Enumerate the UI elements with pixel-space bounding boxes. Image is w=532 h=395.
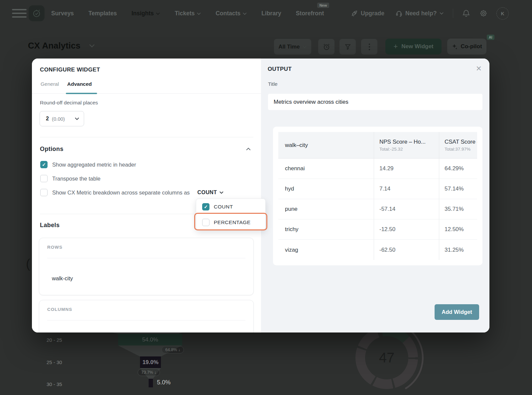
more-options-kebab-button[interactable] [361, 39, 377, 55]
chevron-down-icon [219, 191, 223, 194]
schedule-alarm-button[interactable] [318, 39, 334, 55]
table-cell-nps: -62.50 [374, 240, 439, 260]
nav-library[interactable]: Library [261, 10, 281, 17]
avatar-initial: K [501, 11, 504, 16]
nav-label: Surveys [51, 10, 74, 17]
nav-tickets[interactable]: Tickets [175, 10, 201, 17]
widget-title-label: Title [268, 81, 278, 87]
breakdown-dropdown-popover: COUNT PERCENTAGE [196, 198, 266, 230]
dropdown-option-label: COUNT [214, 204, 233, 210]
chevron-down-icon [440, 12, 444, 15]
table-cell-csat: 12.50% [439, 219, 477, 240]
funnel-bar: 19.0% [140, 356, 161, 368]
checkbox-label: Transpose the table [52, 176, 100, 182]
tab-general[interactable]: General [41, 81, 59, 87]
app-logo[interactable] [29, 5, 45, 21]
add-widget-button[interactable]: Add Widget [435, 304, 479, 320]
round-off-select[interactable]: 2 (0.00) [40, 111, 84, 126]
chevron-down-icon [303, 46, 307, 48]
funnel-bar-value: 54.0% [142, 336, 158, 343]
table-header-rowkey: walk–city [278, 132, 374, 159]
section-divider [40, 137, 253, 137]
time-filter-dropdown[interactable]: All Time [274, 39, 311, 55]
configure-panel: CONFIGURE WIDGET General Advanced Round-… [32, 59, 261, 332]
table-cell-nps: -12.50 [374, 219, 439, 240]
nav-storefront[interactable]: Storefront New [296, 10, 324, 17]
nav-label: Storefront [296, 10, 324, 17]
option-row-aggregated-metric: Show aggregated metric in header [40, 161, 136, 168]
close-icon[interactable] [473, 63, 484, 74]
dropdown-option-percentage[interactable]: PERCENTAGE [196, 214, 265, 230]
checkbox-checked[interactable] [202, 203, 209, 210]
checkbox-label: Show CX Metric breakdown across separate… [52, 190, 190, 196]
headset-icon [396, 10, 402, 17]
ai-badge: AI [487, 35, 494, 40]
checkbox-unchecked[interactable] [40, 175, 48, 182]
checkbox-unchecked[interactable] [202, 219, 209, 226]
header-total: Total:-25.32 [379, 147, 439, 152]
round-off-hint: (0.00) [52, 116, 65, 122]
checkbox-label: Show aggregated metric in header [52, 162, 136, 168]
checkbox-unchecked[interactable] [40, 189, 48, 196]
filter-button[interactable] [339, 39, 356, 55]
nav-contacts[interactable]: Contacts [215, 10, 247, 17]
alarm-clock-icon [323, 43, 330, 51]
add-widget-label: Add Widget [442, 309, 472, 315]
clock-check-icon [32, 9, 41, 18]
option-row-breakdown: Show CX Metric breakdown across separate… [40, 189, 223, 196]
rows-item-walk-city[interactable]: walk-city [52, 275, 73, 282]
table-cell-city: vizag [278, 240, 374, 260]
collapse-chevron-up-icon[interactable] [246, 148, 251, 151]
active-tab-underline [66, 93, 97, 94]
page-title: CX Analytics [28, 41, 80, 51]
plus-icon [393, 43, 398, 51]
nav-label: Insights [131, 10, 154, 17]
nav-templates[interactable]: Templates [88, 10, 117, 17]
card-divider [47, 258, 245, 258]
table-cell-csat: 35.71% [439, 199, 477, 219]
output-table: walk–city NPS Score – Ho... Total:-25.32… [278, 132, 477, 260]
table-cell-nps: 7.14 [374, 179, 439, 199]
dropdown-option-label: PERCENTAGE [214, 219, 251, 225]
nav-divider [453, 9, 453, 18]
need-help-button[interactable]: Need help? [396, 0, 444, 27]
header-label: NPS Score – Ho... [379, 139, 439, 145]
header-label: walk–city [285, 142, 374, 149]
notifications-bell-icon[interactable] [462, 9, 470, 17]
table-cell-nps: 14.29 [374, 159, 439, 179]
breakdown-mode-dropdown[interactable]: COUNT [198, 190, 223, 196]
columns-card-label: COLUMNS [47, 307, 72, 312]
dashboard-title-dropdown[interactable]: CX Analytics [28, 41, 95, 51]
chevron-down-icon [156, 12, 160, 15]
background-paren-glyph: ( [26, 257, 30, 271]
checkbox-checked[interactable] [40, 161, 48, 168]
dropdown-option-count[interactable]: COUNT [196, 199, 265, 214]
settings-gear-icon[interactable] [479, 9, 487, 17]
funnel-drop-badge: 64.8% ↓ [162, 346, 184, 353]
table-cell-city: pune [278, 199, 374, 219]
nav-insights[interactable]: Insights [131, 10, 160, 17]
table-cell-csat: 31.25% [439, 240, 477, 260]
app-screen: Surveys Templates Insights Tickets Conta… [0, 0, 532, 395]
chevron-down-icon [89, 44, 95, 48]
nav-label: Tickets [175, 10, 195, 17]
configure-heading: CONFIGURE WIDGET [40, 66, 100, 73]
option-row-transpose: Transpose the table [40, 175, 100, 182]
configure-widget-modal: CONFIGURE WIDGET General Advanced Round-… [32, 59, 489, 332]
tab-advanced[interactable]: Advanced [67, 81, 92, 87]
new-widget-button[interactable]: New Widget [385, 39, 442, 55]
upgrade-button[interactable]: Upgrade [351, 0, 384, 27]
round-off-label: Round-off decimal places [40, 100, 98, 106]
rows-card: ROWS walk-city [39, 238, 254, 295]
header-total: Total:37.97% [445, 147, 477, 152]
nav-surveys[interactable]: Surveys [51, 10, 74, 17]
output-table-card: walk–city NPS Score – Ho... Total:-25.32… [273, 127, 482, 265]
widget-title-value: Metrics overview across cities [274, 99, 348, 105]
copilot-button[interactable]: Co-pilot [447, 39, 486, 55]
table-cell-nps: -57.14 [374, 199, 439, 219]
funnel-bar [149, 379, 153, 387]
kebab-icon [369, 44, 370, 50]
avatar[interactable]: K [496, 7, 509, 20]
hamburger-menu-icon[interactable] [12, 9, 27, 20]
widget-title-input[interactable]: Metrics overview across cities [268, 94, 482, 110]
